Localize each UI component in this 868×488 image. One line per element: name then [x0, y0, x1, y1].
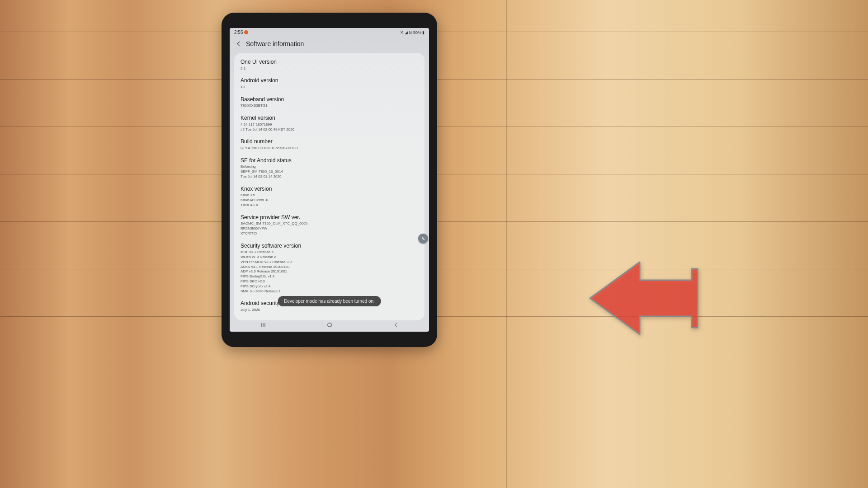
battery-text: 50% [413, 30, 421, 35]
item-value: SAOMC_SM-T865_OLM_XTC_QQ_0005 RR2MB006YF… [241, 221, 418, 236]
back-button[interactable] [233, 38, 244, 49]
item-value: 10 [241, 85, 418, 90]
home-icon [326, 321, 333, 328]
signal-icon: ⁞ıl [409, 30, 412, 35]
item-title: Android version [241, 77, 418, 84]
page-title: Software information [246, 40, 304, 47]
toast-text: Developer mode has already been turned o… [284, 299, 375, 304]
home-button[interactable] [321, 320, 339, 329]
nav-back-icon [392, 321, 400, 328]
item-one-ui-version[interactable]: One UI version 2.1 [234, 56, 425, 74]
tablet-device: 2:55 ✕ ◢ ⁞ıl 50% ▮ Software information [222, 13, 437, 347]
item-title: One UI version [241, 59, 418, 66]
item-value: QP1A.190711.020.T865XXS3BTG1 [241, 146, 418, 151]
status-bar: 2:55 ✕ ◢ ⁞ıl 50% ▮ [230, 28, 429, 36]
toast-message: Developer mode has already been turned o… [278, 296, 381, 306]
item-value: Knox 3.5 Knox API level 31 TIMA 4.1.0 [241, 193, 418, 207]
item-title: Baseband version [241, 96, 418, 103]
page-header: Software information [230, 36, 429, 53]
item-title: Build number [241, 138, 418, 145]
nav-back-button[interactable] [387, 320, 405, 329]
edit-fab-button[interactable]: ✎ [418, 234, 428, 244]
pencil-icon: ✎ [421, 236, 425, 241]
item-title: Kernel version [241, 115, 418, 122]
item-value: 4.14.117-18571899 #2 Tue Jul 14 02:00:49… [241, 122, 418, 132]
item-baseband-version[interactable]: Baseband version T865XXS3BTG1 [234, 93, 425, 112]
item-value: July 1, 2020 [241, 308, 418, 313]
item-value: 2.1 [241, 66, 418, 71]
item-title: SE for Android status [241, 157, 418, 164]
alarm-icon [244, 30, 248, 34]
status-time: 2:55 [234, 30, 243, 35]
item-title: Knox version [241, 186, 418, 193]
recents-icon [259, 321, 267, 328]
item-value: MDF v3.1 Release 5 WLAN v1.0 Release 2 V… [241, 250, 418, 294]
battery-icon: ▮ [422, 30, 425, 35]
pointer-arrow-annotation [585, 251, 698, 346]
item-value: Enforcing SEPF_SM-T865_10_0014 Tue Jul 1… [241, 164, 418, 179]
wooden-background: 2:55 ✕ ◢ ⁞ıl 50% ▮ Software information [0, 0, 868, 488]
item-knox-version[interactable]: Knox version Knox 3.5 Knox API level 31 … [234, 183, 425, 211]
item-build-number[interactable]: Build number QP1A.190711.020.T865XXS3BTG… [234, 135, 425, 154]
item-android-version[interactable]: Android version 10 [234, 74, 425, 93]
back-icon [236, 41, 242, 47]
settings-card: One UI version 2.1 Android version 10 Ba… [234, 53, 425, 320]
svg-rect-3 [328, 323, 331, 327]
item-title: Security software version [241, 243, 418, 250]
recents-button[interactable] [254, 320, 272, 329]
item-se-android-status[interactable]: SE for Android status Enforcing SEPF_SM-… [234, 154, 425, 183]
pen-icon: ✕ [400, 30, 404, 35]
navigation-bar [230, 318, 429, 332]
tablet-screen: 2:55 ✕ ◢ ⁞ıl 50% ▮ Software information [230, 28, 429, 332]
item-service-provider-sw[interactable]: Service provider SW ver. SAOMC_SM-T865_O… [234, 211, 425, 239]
item-kernel-version[interactable]: Kernel version 4.14.117-18571899 #2 Tue … [234, 112, 425, 135]
item-value: T865XXS3BTG1 [241, 103, 418, 108]
item-security-software-version[interactable]: Security software version MDF v3.1 Relea… [234, 239, 425, 297]
item-title: Service provider SW ver. [241, 214, 418, 221]
mute-icon: ◢ [405, 30, 408, 35]
